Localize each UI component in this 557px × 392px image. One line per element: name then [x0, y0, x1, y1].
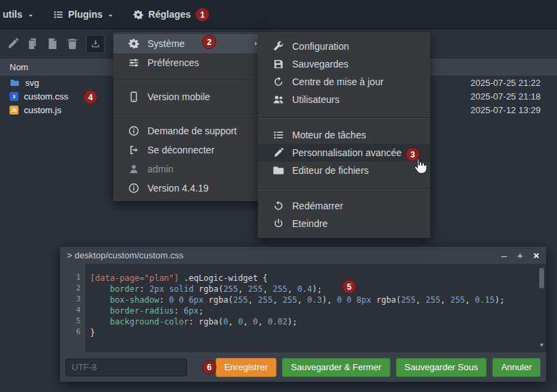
nav-plugins-label: Plugins [68, 9, 103, 20]
top-navbar: utils Plugins Réglages [0, 0, 557, 29]
code-line: border: 2px solid rgba(255, 255, 255, 0.… [90, 284, 537, 295]
nav-settings-label: Réglages [148, 9, 190, 20]
menu-item-shutdown[interactable]: Eteindre [258, 215, 430, 232]
nav-utils-label: utils [3, 9, 23, 20]
file-name: svg [25, 78, 39, 88]
editor-scrollbar[interactable] [539, 268, 545, 344]
cancel-button[interactable]: Annuler [492, 358, 541, 377]
menu-item-backups[interactable]: Sauvegardes [258, 55, 430, 73]
annotation-badge-2: 2 [202, 35, 216, 49]
minimize-button[interactable]: – [501, 250, 506, 260]
system-submenu: Configuration Sauvegardes Centre de mise… [258, 32, 430, 238]
editor-footer: Enregistrer Sauvegarder & Fermer Sauvega… [60, 352, 546, 382]
menu-item-logout[interactable]: Se déconnecter [113, 140, 268, 160]
menu-label-task-engine: Moteur de tâches [292, 130, 366, 140]
menu-label-system: Système [147, 38, 184, 49]
file-name: custom.css [24, 91, 68, 102]
menu-label-support-request: Demande de support [147, 125, 237, 136]
code-lines[interactable]: [data-page="plan"] .eqLogic-widget { bor… [86, 264, 546, 352]
scrollbar-thumb[interactable] [539, 268, 544, 288]
editor-titlebar[interactable]: > desktop/custom/custom.css – + × [60, 247, 546, 264]
editor-title: > desktop/custom/custom.css [67, 250, 184, 260]
menu-item-system[interactable]: Système [113, 34, 268, 53]
menu-divider [258, 179, 430, 197]
annotation-badge-4: 4 [83, 90, 98, 104]
restart-icon [273, 200, 284, 211]
code-line: [data-page="plan"] .eqLogic-widget { [90, 273, 537, 284]
close-button[interactable]: × [533, 250, 539, 260]
menu-item-configuration[interactable]: Configuration [258, 37, 430, 55]
maximize-button[interactable]: + [517, 250, 523, 260]
power-icon [273, 218, 284, 229]
nav-item-utils[interactable]: utils [0, 0, 44, 29]
menu-item-update-center[interactable]: Centre de mise à jour [258, 73, 430, 91]
annotation-badge-5: 5 [342, 280, 356, 294]
code-editor-body[interactable]: 123456 [data-page="plan"] .eqLogic-widge… [60, 264, 546, 352]
menu-label-username: admin [147, 164, 173, 175]
menu-divider [113, 72, 268, 87]
file-modified-date: 2025-07-25 21:18 [470, 91, 541, 102]
caret-down-icon [27, 12, 34, 19]
scroll-down-icon[interactable]: ▾ [540, 341, 543, 348]
menu-item-file-editor[interactable]: Editeur de fichiers [258, 162, 430, 179]
menu-label-mobile-version: Version mobile [147, 91, 210, 102]
menu-label-logout: Se déconnecter [147, 145, 214, 155]
logout-icon [128, 145, 139, 155]
menu-item-username: admin [113, 160, 268, 179]
gear-icon [133, 10, 143, 20]
line-number: 4 [60, 305, 85, 316]
info-icon [128, 125, 139, 136]
nav-item-plugins[interactable]: Plugins [44, 0, 124, 29]
file-icon[interactable] [46, 37, 59, 50]
window-controls: – + × [501, 250, 539, 260]
sliders-icon [128, 57, 139, 68]
code-line: box-shadow: 0 0 6px rgba(255, 255, 255, … [90, 295, 537, 305]
rename-pencil-icon[interactable] [7, 37, 19, 50]
folder-icon [10, 78, 20, 87]
menu-item-preferences[interactable]: Préférences [113, 53, 268, 72]
menu-label-preferences: Préférences [147, 57, 199, 68]
jeedom-screen: utils Plugins Réglages Nom svg [0, 0, 557, 392]
line-number: 5 [60, 316, 85, 327]
hand-cursor-icon [411, 157, 429, 175]
menu-item-advanced-customization[interactable]: Personnalisation avancée [258, 144, 430, 162]
save-close-button[interactable]: Sauvegarder & Fermer [282, 358, 390, 377]
save-as-button[interactable]: Sauvegarder Sous [396, 358, 487, 377]
menu-item-mobile-version[interactable]: Version mobile [113, 87, 268, 106]
js-file-icon: JS [10, 106, 18, 115]
mobile-icon [128, 91, 139, 102]
trash-icon[interactable] [66, 37, 78, 50]
menu-label-shutdown: Eteindre [292, 218, 328, 229]
folder-icon [273, 165, 284, 176]
info-icon [128, 183, 139, 194]
tray-down-icon [91, 39, 100, 48]
line-number: 1 [60, 273, 85, 284]
menu-item-users[interactable]: Utilisateurs [258, 91, 430, 108]
copy-icon[interactable] [27, 37, 39, 50]
menu-item-task-engine[interactable]: Moteur de tâches [258, 126, 430, 144]
menu-item-version[interactable]: Version 4.4.19 [113, 179, 268, 198]
menu-item-restart[interactable]: Redémarrer [258, 197, 430, 215]
pencil-icon [273, 147, 284, 158]
plugins-list-icon [53, 10, 63, 20]
code-line: } [90, 327, 537, 338]
column-header-nom[interactable]: Nom [10, 62, 28, 72]
menu-divider [113, 106, 268, 121]
file-modified-date: 2025-07-12 13:29 [470, 105, 541, 115]
css-file-icon: 3 [10, 92, 18, 101]
annotation-badge-1: 1 [195, 7, 210, 22]
caret-down-icon [107, 12, 114, 19]
code-editor-window: > desktop/custom/custom.css – + × 123456… [60, 247, 546, 382]
wrench-icon [273, 41, 284, 52]
menu-label-configuration: Configuration [292, 41, 349, 52]
download-button[interactable] [86, 35, 104, 53]
gear-icon [128, 38, 139, 49]
menu-item-support-request[interactable]: Demande de support [113, 121, 268, 140]
floppy-disk-icon [273, 59, 284, 70]
menu-label-backups: Sauvegardes [292, 59, 349, 70]
menu-label-update-center: Centre de mise à jour [292, 76, 384, 87]
line-number: 3 [60, 295, 85, 305]
save-button[interactable]: Enregistrer [216, 358, 277, 377]
task-list-icon [273, 130, 284, 140]
encoding-input[interactable] [66, 359, 187, 376]
